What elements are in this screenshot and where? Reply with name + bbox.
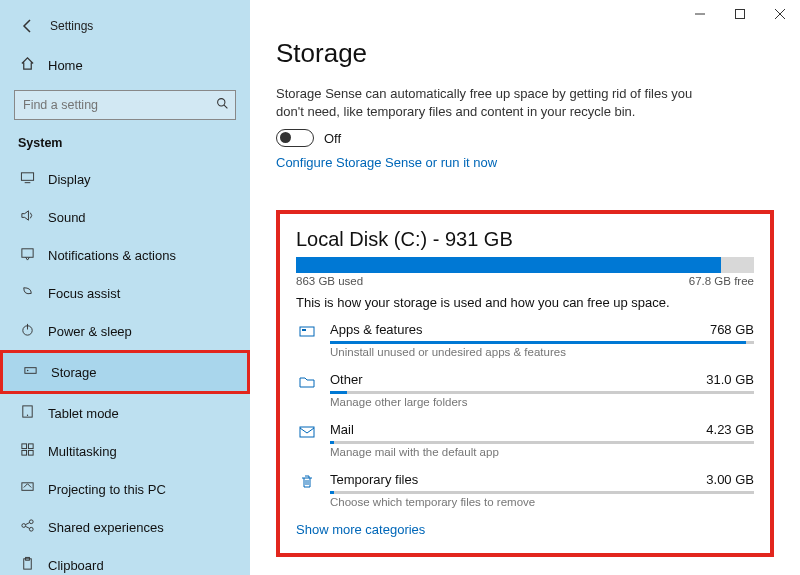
svg-point-0 — [217, 99, 224, 106]
sidebar-home[interactable]: Home — [0, 48, 250, 82]
configure-storage-sense-link[interactable]: Configure Storage Sense or run it now — [276, 155, 774, 170]
sidebar-item-storage[interactable]: Storage — [0, 350, 250, 394]
back-button[interactable] — [14, 12, 42, 40]
show-more-categories-link[interactable]: Show more categories — [296, 522, 754, 537]
svg-rect-2 — [21, 173, 33, 181]
storage-sense-toggle[interactable] — [276, 129, 314, 147]
category-other[interactable]: Other31.0 GB Manage other large folders — [296, 372, 754, 408]
svg-rect-24 — [736, 10, 745, 19]
svg-point-10 — [26, 415, 27, 416]
apps-icon — [296, 322, 318, 358]
svg-rect-27 — [300, 327, 314, 336]
minimize-button[interactable] — [680, 0, 720, 28]
svg-point-18 — [29, 527, 33, 531]
svg-line-20 — [25, 526, 29, 528]
folder-icon — [296, 372, 318, 408]
svg-rect-14 — [28, 450, 33, 455]
sound-icon — [18, 208, 36, 226]
sidebar-item-shared-experiences[interactable]: Shared experiences — [0, 508, 250, 546]
sidebar-item-projecting[interactable]: Projecting to this PC — [0, 470, 250, 508]
svg-rect-12 — [28, 444, 33, 449]
search-icon — [209, 97, 235, 113]
power-icon — [18, 322, 36, 340]
search-box[interactable] — [14, 90, 236, 120]
focus-assist-icon — [18, 284, 36, 302]
category-apps-features[interactable]: Apps & features768 GB Uninstall unused o… — [296, 322, 754, 358]
category-temporary-files[interactable]: Temporary files3.00 GB Choose which temp… — [296, 472, 754, 508]
sidebar-item-power-sleep[interactable]: Power & sleep — [0, 312, 250, 350]
disk-free-label: 67.8 GB free — [689, 275, 754, 287]
clipboard-icon — [18, 556, 36, 574]
category-mail[interactable]: Mail4.23 GB Manage mail with the default… — [296, 422, 754, 458]
disk-usage-bar — [296, 257, 754, 273]
shared-icon — [18, 518, 36, 536]
disk-used-label: 863 GB used — [296, 275, 363, 287]
sidebar-group-system: System — [0, 130, 250, 160]
svg-rect-11 — [21, 444, 26, 449]
svg-point-17 — [29, 520, 33, 524]
maximize-button[interactable] — [720, 0, 760, 28]
search-input[interactable] — [15, 98, 209, 112]
storage-icon — [21, 363, 39, 381]
storage-sense-toggle-label: Off — [324, 131, 341, 146]
svg-rect-4 — [21, 249, 32, 257]
multitasking-icon — [18, 442, 36, 460]
svg-rect-7 — [24, 368, 35, 374]
notifications-icon — [18, 246, 36, 264]
close-button[interactable] — [760, 0, 800, 28]
sidebar-item-notifications[interactable]: Notifications & actions — [0, 236, 250, 274]
sidebar-item-clipboard[interactable]: Clipboard — [0, 546, 250, 575]
svg-rect-13 — [21, 450, 26, 455]
disk-how-text: This is how your storage is used and how… — [296, 295, 754, 310]
sidebar-item-display[interactable]: Display — [0, 160, 250, 198]
sidebar-item-sound[interactable]: Sound — [0, 198, 250, 236]
trash-icon — [296, 472, 318, 508]
svg-line-1 — [224, 105, 227, 108]
sidebar-item-multitasking[interactable]: Multitasking — [0, 432, 250, 470]
mail-icon — [296, 422, 318, 458]
svg-rect-28 — [302, 329, 306, 331]
window-title: Settings — [50, 19, 93, 33]
local-disk-section: Local Disk (C:) - 931 GB 863 GB used 67.… — [276, 210, 774, 557]
svg-rect-29 — [300, 427, 314, 437]
page-title: Storage — [276, 38, 774, 69]
svg-point-8 — [26, 370, 28, 372]
projecting-icon — [18, 480, 36, 498]
sidebar-home-label: Home — [48, 58, 83, 73]
svg-point-16 — [21, 524, 25, 528]
sidebar-item-focus-assist[interactable]: Focus assist — [0, 274, 250, 312]
disk-title: Local Disk (C:) - 931 GB — [296, 228, 754, 251]
tablet-icon — [18, 404, 36, 422]
display-icon — [18, 170, 36, 188]
storage-sense-description: Storage Sense can automatically free up … — [276, 85, 706, 121]
svg-line-19 — [25, 523, 29, 525]
sidebar-item-tablet-mode[interactable]: Tablet mode — [0, 394, 250, 432]
home-icon — [18, 56, 36, 74]
